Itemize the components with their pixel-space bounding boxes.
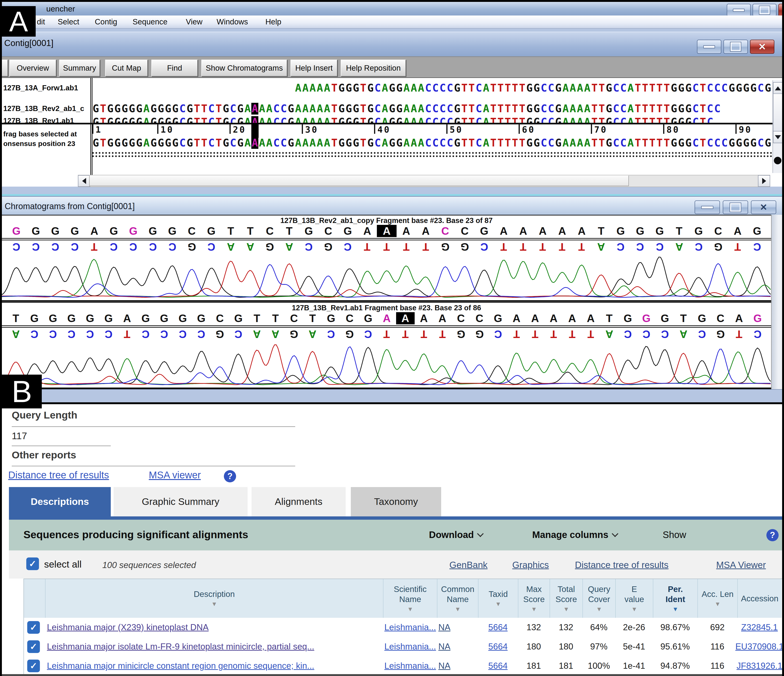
base[interactable]: G bbox=[670, 116, 678, 123]
sort-caret-icon[interactable]: ▼ bbox=[714, 600, 721, 608]
base-call[interactable]: G bbox=[630, 225, 650, 237]
column-header-ident[interactable]: Per.Ident▼ bbox=[653, 579, 697, 618]
column-header-total[interactable]: TotalScore▼ bbox=[549, 579, 582, 618]
base[interactable]: G bbox=[237, 137, 244, 149]
base[interactable]: G bbox=[389, 82, 396, 94]
base-call[interactable]: C bbox=[708, 225, 728, 237]
base[interactable]: T bbox=[100, 137, 107, 149]
scroll-left-button[interactable] bbox=[78, 175, 90, 187]
base[interactable]: C bbox=[714, 137, 721, 149]
base[interactable]: G bbox=[222, 103, 230, 115]
base-call[interactable]: G bbox=[489, 312, 507, 324]
toolbar-button-partial[interactable] bbox=[2, 60, 8, 76]
sequence-row-rev2[interactable]: GTGGGGGAGGGGCGTTCTGCGAAAACCGAAAAATGGGTGC… bbox=[92, 103, 782, 115]
menu-item-select[interactable]: Select bbox=[58, 17, 79, 26]
base[interactable]: A bbox=[562, 82, 569, 94]
base[interactable]: C bbox=[425, 116, 432, 123]
sort-caret-icon[interactable]: ▼ bbox=[596, 605, 602, 613]
base[interactable]: A bbox=[258, 137, 266, 149]
base[interactable]: G bbox=[678, 82, 685, 94]
chrom-close-button[interactable]: ✕ bbox=[751, 201, 776, 214]
base-call[interactable]: A bbox=[118, 312, 136, 324]
column-header-scientific[interactable]: ScientificName▼ bbox=[383, 579, 437, 618]
base[interactable]: T bbox=[100, 103, 107, 115]
base[interactable]: T bbox=[656, 137, 663, 149]
base-call[interactable]: G bbox=[611, 225, 630, 237]
base[interactable]: G bbox=[678, 103, 685, 115]
base[interactable]: A bbox=[627, 116, 634, 123]
base[interactable]: A bbox=[324, 116, 331, 123]
base[interactable]: T bbox=[100, 116, 107, 123]
tab-alignments[interactable]: Alignments bbox=[252, 487, 346, 516]
base-call[interactable]: A bbox=[526, 312, 544, 324]
base[interactable]: T bbox=[519, 82, 526, 94]
sort-caret-icon[interactable]: ▼ bbox=[672, 605, 678, 613]
base-call[interactable]: G bbox=[123, 225, 143, 237]
toolbar-button-show-chromatograms[interactable]: Show Chromatograms bbox=[201, 60, 287, 76]
base[interactable]: G bbox=[605, 82, 613, 94]
horizontal-scrollbar[interactable] bbox=[2, 175, 782, 187]
base-call[interactable]: G bbox=[99, 312, 118, 324]
base[interactable]: T bbox=[201, 116, 208, 123]
base[interactable]: G bbox=[345, 137, 353, 149]
base-call[interactable]: A bbox=[533, 225, 552, 237]
base-call[interactable]: G bbox=[104, 225, 123, 237]
base[interactable]: T bbox=[642, 103, 649, 115]
column-header-taxid[interactable]: Taxid▼ bbox=[478, 579, 518, 618]
base[interactable]: A bbox=[316, 103, 324, 115]
base[interactable]: G bbox=[367, 103, 374, 115]
base-call[interactable]: A bbox=[730, 312, 748, 324]
base[interactable]: G bbox=[135, 137, 143, 149]
base[interactable]: C bbox=[721, 137, 728, 149]
base[interactable]: T bbox=[591, 82, 598, 94]
base[interactable]: G bbox=[454, 137, 461, 149]
base[interactable]: T bbox=[359, 103, 367, 115]
base[interactable]: G bbox=[605, 103, 613, 115]
base[interactable]: G bbox=[165, 116, 172, 123]
base-call[interactable]: T bbox=[280, 225, 299, 237]
base[interactable]: A bbox=[403, 137, 410, 149]
base[interactable]: T bbox=[461, 103, 468, 115]
base-call[interactable]: T bbox=[674, 312, 693, 324]
base[interactable]: A bbox=[302, 137, 309, 149]
base[interactable]: T bbox=[598, 116, 605, 123]
base[interactable]: A bbox=[258, 103, 266, 115]
base[interactable]: A bbox=[576, 82, 583, 94]
base[interactable]: G bbox=[728, 82, 736, 94]
base-call[interactable]: A bbox=[563, 312, 582, 324]
base-call[interactable]: G bbox=[656, 312, 674, 324]
scroll-right-button[interactable] bbox=[758, 175, 770, 187]
base[interactable]: C bbox=[613, 137, 620, 149]
base[interactable]: G bbox=[222, 137, 230, 149]
base[interactable]: G bbox=[157, 116, 165, 123]
base-call[interactable]: A bbox=[572, 225, 591, 237]
description-link[interactable]: Leishmania major (X239) kinetoplast DNA bbox=[47, 618, 380, 637]
base[interactable]: G bbox=[338, 82, 345, 94]
taxid-cell[interactable]: 5664 bbox=[478, 637, 518, 656]
base[interactable]: A bbox=[302, 103, 309, 115]
selected-base[interactable]: A bbox=[377, 225, 396, 237]
base[interactable]: A bbox=[244, 137, 251, 149]
base-call[interactable]: G bbox=[26, 225, 45, 237]
base[interactable]: C bbox=[692, 116, 699, 123]
base[interactable]: T bbox=[201, 103, 208, 115]
base[interactable]: A bbox=[309, 82, 316, 94]
base[interactable]: T bbox=[490, 82, 497, 94]
base[interactable]: T bbox=[511, 103, 519, 115]
base[interactable]: C bbox=[613, 82, 620, 94]
base[interactable]: A bbox=[251, 103, 258, 115]
base[interactable]: C bbox=[540, 103, 548, 115]
base[interactable]: C bbox=[425, 103, 432, 115]
base-call[interactable]: G bbox=[474, 225, 494, 237]
base[interactable]: A bbox=[583, 116, 591, 123]
base[interactable]: G bbox=[764, 82, 772, 94]
chrom-minimize-button[interactable] bbox=[695, 201, 720, 214]
base[interactable]: C bbox=[374, 103, 381, 115]
base[interactable]: A bbox=[417, 137, 425, 149]
menu-item-windows[interactable]: Windows bbox=[216, 17, 248, 26]
base[interactable]: G bbox=[764, 137, 772, 149]
base[interactable]: G bbox=[107, 137, 114, 149]
sequence-row-rev1[interactable]: GTGGGGGAGGGGCGTTCTGCGAAAACCGAAAAATGGGTGC… bbox=[92, 116, 782, 123]
base[interactable]: T bbox=[649, 116, 656, 123]
base[interactable]: G bbox=[237, 103, 244, 115]
